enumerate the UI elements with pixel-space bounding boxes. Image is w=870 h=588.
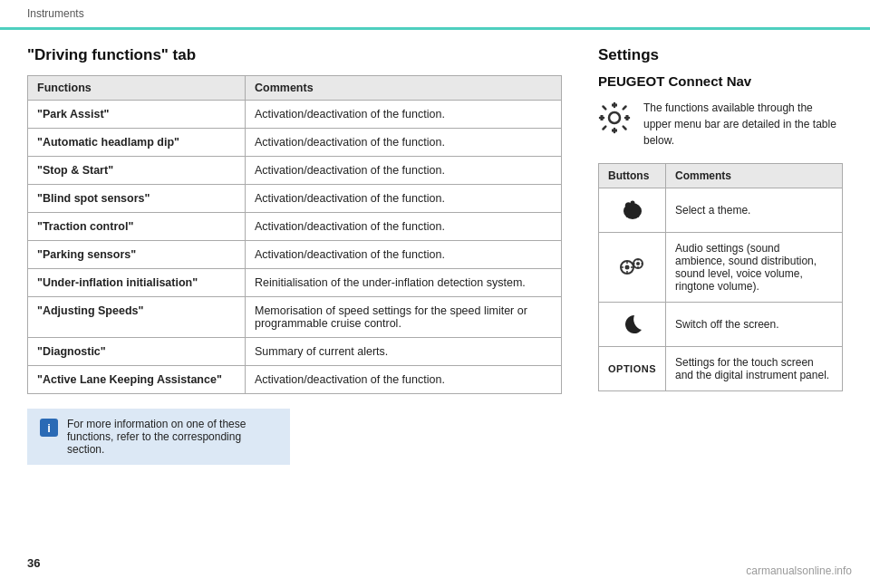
function-cell: "Diagnostic" [28,338,246,366]
info-box-text: For more information on one of these fun… [67,418,277,456]
function-cell: "Traction control" [28,213,246,241]
button-cell: OPTIONS [599,347,666,391]
settings-comment-cell: Settings for the touch screen and the di… [666,347,843,391]
right-column: Settings PEUGEOT Connect Nav The functio… [598,30,843,465]
col-functions: Functions [28,76,246,101]
comment-cell: Activation/deactivation of the function. [246,213,562,241]
function-cell: "Adjusting Speeds" [28,297,246,338]
svg-point-7 [636,262,640,265]
function-cell: "Active Lane Keeping Assistance" [28,366,246,394]
function-cell: "Parking sensors" [28,241,246,269]
comment-cell: Summary of current alerts. [246,338,562,366]
settings-title: Settings [598,46,843,64]
gear-info-text: The functions available through the uppe… [643,100,843,149]
table-row: "Park Assist" Activation/deactivation of… [28,101,562,129]
function-cell: "Stop & Start" [28,157,246,185]
button-cell [599,303,666,347]
settings-col-comments: Comments [666,164,843,188]
table-row: "Blind spot sensors" Activation/deactiva… [28,185,562,213]
function-cell: "Automatic headlamp dip" [28,129,246,157]
function-cell: "Park Assist" [28,101,246,129]
audio-gear-icon [608,255,656,280]
table-row: "Diagnostic" Summary of current alerts. [28,338,562,366]
svg-point-0 [609,112,620,123]
settings-comment-cell: Audio settings (sound ambience, sound di… [666,233,843,303]
top-bar: Instruments [0,0,870,30]
col-comments: Comments [246,76,562,101]
svg-point-3 [630,201,634,206]
info-icon: i [40,419,58,437]
peugeot-connect-nav-title: PEUGEOT Connect Nav [598,73,843,89]
button-cell [599,233,666,303]
table-row: "Automatic headlamp dip" Activation/deac… [28,129,562,157]
comment-cell: Activation/deactivation of the function. [246,157,562,185]
palette-icon [608,198,656,223]
table-row: "Active Lane Keeping Assistance" Activat… [28,366,562,394]
comment-cell: Activation/deactivation of the function. [246,241,562,269]
comment-cell: Reinitialisation of the under-inflation … [246,269,562,297]
settings-table: Buttons Comments Select a theme. Audio s… [598,163,843,391]
comment-cell: Activation/deactivation of the function. [246,101,562,129]
comment-cell: Memorisation of speed settings for the s… [246,297,562,338]
table-row: "Stop & Start" Activation/deactivation o… [28,157,562,185]
main-content: "Driving functions" tab Functions Commen… [0,30,870,465]
gear-info: The functions available through the uppe… [598,100,843,149]
comment-cell: Activation/deactivation of the function. [246,129,562,157]
watermark: carmanualsonline.info [746,564,852,577]
svg-point-5 [624,265,629,270]
table-row: "Under-inflation initialisation" Reiniti… [28,269,562,297]
comment-cell: Activation/deactivation of the function. [246,185,562,213]
table-row: OPTIONS Settings for the touch screen an… [599,347,843,391]
driving-functions-table: Functions Comments "Park Assist" Activat… [27,75,562,394]
settings-col-buttons: Buttons [599,164,666,188]
table-row: "Traction control" Activation/deactivati… [28,213,562,241]
button-cell [599,188,666,233]
page-number: 36 [27,556,40,570]
table-row: Audio settings (sound ambience, sound di… [599,233,843,303]
function-cell: "Blind spot sensors" [28,185,246,213]
table-row: "Parking sensors" Activation/deactivatio… [28,241,562,269]
top-bar-title: Instruments [27,7,84,20]
function-cell: "Under-inflation initialisation" [28,269,246,297]
left-column: "Driving functions" tab Functions Commen… [27,30,562,465]
driving-functions-title: "Driving functions" tab [27,46,562,64]
options-label: OPTIONS [608,363,656,374]
table-row: Select a theme. [599,188,843,233]
table-row: "Adjusting Speeds" Memorisation of speed… [28,297,562,338]
settings-comment-cell: Switch off the screen. [666,303,843,347]
info-box: i For more information on one of these f… [27,409,290,465]
moon-icon [608,312,656,337]
comment-cell: Activation/deactivation of the function. [246,366,562,394]
main-gear-icon [598,101,631,140]
table-row: Switch off the screen. [599,303,843,347]
settings-comment-cell: Select a theme. [666,188,843,233]
